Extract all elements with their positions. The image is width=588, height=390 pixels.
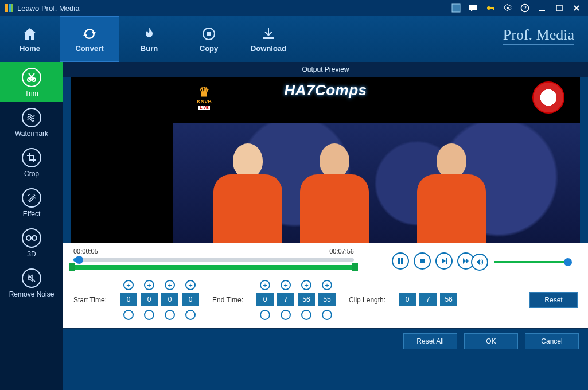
svg-rect-0 (5, 4, 8, 12)
feedback-icon[interactable] (466, 1, 480, 15)
trim-range[interactable] (73, 265, 354, 270)
preview-header: Output Preview (63, 62, 588, 77)
svg-point-13 (207, 32, 211, 36)
start-m[interactable]: 0 (141, 292, 158, 306)
svg-rect-2 (11, 4, 13, 12)
settings-icon[interactable] (501, 1, 515, 15)
clip-h: 0 (399, 292, 416, 306)
start-f[interactable]: 0 (182, 292, 199, 306)
reset-button[interactable]: Reset (529, 292, 578, 308)
sidebar-item-3d[interactable]: 3D (0, 223, 63, 263)
sidebar-item-effect[interactable]: Effect (0, 182, 63, 223)
end-time-label: End Time: (212, 296, 243, 304)
stop-button[interactable] (414, 252, 431, 270)
svg-rect-10 (539, 10, 545, 11)
burn-icon (141, 26, 158, 42)
sidebar: Trim Watermark Crop Effect 3D Remove Noi… (0, 62, 63, 390)
copy-icon (200, 26, 217, 42)
nav-burn[interactable]: Burn (119, 16, 179, 62)
nav-download[interactable]: Download (239, 16, 298, 62)
video-preview[interactable]: HA7Comps ♛KNVBLIVE (71, 77, 580, 243)
titlebar: Leawo Prof. Media ? (0, 0, 588, 16)
current-time: 00:00:05 (73, 248, 98, 255)
seek-thumb[interactable] (75, 256, 83, 264)
nav-copy-label: Copy (200, 44, 219, 53)
svg-rect-18 (398, 258, 400, 264)
ok-button[interactable]: OK (464, 333, 518, 349)
sidebar-item-label: Watermark (15, 130, 48, 138)
close-icon[interactable] (570, 1, 583, 15)
minimize-icon[interactable] (535, 1, 549, 15)
clip-s: 56 (440, 292, 457, 306)
svg-point-7 (507, 7, 509, 9)
plus-button[interactable]: + (144, 280, 154, 290)
minus-button[interactable]: − (165, 310, 175, 320)
sidebar-item-label: 3D (27, 250, 36, 258)
start-h[interactable]: 0 (120, 292, 137, 306)
nav-copy[interactable]: Copy (179, 16, 239, 62)
start-time-group: ++++ 0000 −−−− (119, 280, 200, 320)
end-m[interactable]: 7 (277, 292, 294, 306)
volume-thumb[interactable] (564, 258, 572, 266)
main: Output Preview HA7Comps ♛KNVBLIVE 00:00:… (63, 62, 588, 390)
svg-rect-3 (452, 4, 460, 12)
reset-all-button[interactable]: Reset All (403, 333, 457, 349)
svg-rect-21 (446, 258, 447, 264)
3d-icon (22, 228, 41, 248)
seek-track[interactable] (73, 258, 354, 262)
svg-rect-1 (9, 4, 11, 12)
clip-length-group: 0756 (398, 292, 458, 307)
watermark-icon (22, 108, 41, 127)
plus-button[interactable]: + (301, 280, 311, 290)
nav-convert-label: Convert (75, 44, 103, 53)
svg-rect-11 (556, 5, 562, 11)
minus-button[interactable]: − (123, 310, 134, 320)
volume-track[interactable] (494, 261, 568, 263)
volume-button[interactable] (471, 253, 488, 271)
minus-button[interactable]: − (185, 310, 196, 320)
nav-home-label: Home (20, 44, 40, 53)
svg-point-17 (32, 236, 37, 240)
end-f[interactable]: 55 (318, 292, 336, 306)
sidebar-item-label: Effect (23, 210, 40, 218)
effect-icon (22, 188, 41, 208)
sidebar-item-watermark[interactable]: Watermark (0, 102, 63, 142)
nav-home[interactable]: Home (0, 16, 60, 62)
sidebar-item-remove-noise[interactable]: Remove Noise (0, 263, 63, 303)
help-icon[interactable]: ? (518, 1, 532, 15)
maximize-icon[interactable] (552, 1, 566, 15)
minus-button[interactable]: − (301, 310, 311, 320)
plus-button[interactable]: + (123, 280, 134, 290)
nav-convert[interactable]: Convert (60, 16, 119, 62)
end-h[interactable]: 0 (256, 292, 274, 306)
clip-m: 7 (419, 292, 437, 306)
end-s[interactable]: 56 (298, 292, 315, 306)
minus-button[interactable]: − (322, 310, 332, 320)
trim-icon (22, 68, 41, 87)
plus-button[interactable]: + (185, 280, 196, 290)
activity-icon[interactable] (449, 1, 463, 15)
home-icon (21, 26, 38, 42)
key-icon[interactable] (484, 1, 497, 15)
clip-length-label: Clip Length: (349, 296, 385, 304)
remove-noise-icon (22, 268, 41, 288)
app-title: Leawo Prof. Media (17, 4, 79, 13)
minus-button[interactable]: − (281, 310, 291, 320)
sidebar-item-trim[interactable]: Trim (0, 62, 63, 102)
start-s[interactable]: 0 (161, 292, 178, 306)
sidebar-item-crop[interactable]: Crop (0, 142, 63, 182)
plus-button[interactable]: + (260, 280, 270, 290)
download-icon (260, 26, 277, 42)
end-time-group: ++++ 075655 −−−− (256, 280, 336, 320)
plus-button[interactable]: + (281, 280, 291, 290)
pause-button[interactable] (392, 252, 409, 270)
minus-button[interactable]: − (260, 310, 270, 320)
minus-button[interactable]: − (144, 310, 154, 320)
svg-text:?: ? (523, 5, 527, 11)
topnav: Home Convert Burn Copy Download Prof. Me… (0, 16, 588, 62)
nav-burn-label: Burn (141, 44, 158, 53)
cancel-button[interactable]: Cancel (525, 333, 579, 349)
plus-button[interactable]: + (322, 280, 332, 290)
plus-button[interactable]: + (165, 280, 175, 290)
step-forward-button[interactable] (435, 252, 453, 270)
